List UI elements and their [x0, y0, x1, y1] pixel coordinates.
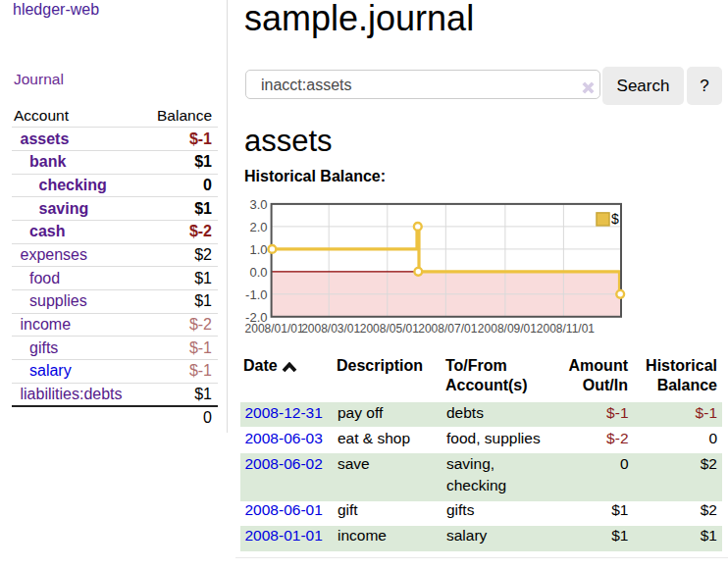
svg-text:2.0: 2.0	[249, 220, 267, 234]
svg-text:$: $	[611, 211, 619, 227]
svg-text:2008/03/01: 2008/03/01	[301, 322, 360, 336]
svg-text:3.0: 3.0	[249, 197, 267, 212]
svg-text:2008/11/01: 2008/11/01	[537, 322, 595, 336]
svg-text:2008/07/01: 2008/07/01	[418, 322, 477, 336]
svg-text:-1.0: -1.0	[245, 287, 267, 302]
svg-text:2008/09/01: 2008/09/01	[478, 322, 537, 336]
svg-text:2008/01/01: 2008/01/01	[245, 322, 304, 336]
svg-text:2008/05/01: 2008/05/01	[360, 322, 419, 336]
svg-text:1.0: 1.0	[249, 242, 267, 257]
svg-text:0.0: 0.0	[249, 265, 267, 280]
